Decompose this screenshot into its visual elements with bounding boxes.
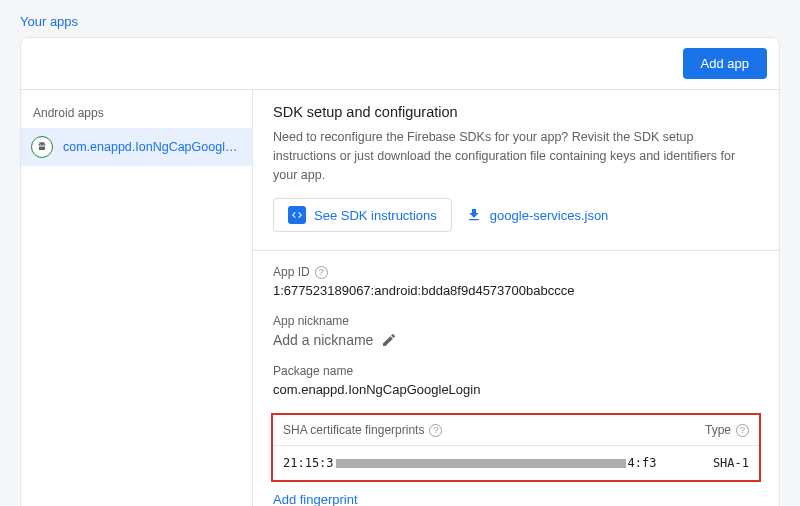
package-name-label: Package name bbox=[273, 364, 759, 378]
download-config-label: google-services.json bbox=[490, 208, 609, 223]
add-fingerprint-button[interactable]: Add fingerprint bbox=[273, 492, 358, 506]
sidebar-app-item[interactable]: com.enappd.IonNgCapGoogleLogin bbox=[21, 128, 252, 166]
app-id-label: App ID ? bbox=[273, 265, 759, 279]
apps-sidebar: Android apps com.enappd.IonNgCapGoogleLo… bbox=[21, 90, 253, 506]
sha-fingerprints-section: SHA certificate fingerprints ? Type ? 21… bbox=[271, 413, 761, 482]
see-sdk-label: See SDK instructions bbox=[314, 208, 437, 223]
code-icon bbox=[288, 206, 306, 224]
section-title: Your apps bbox=[20, 14, 780, 29]
divider bbox=[253, 250, 779, 251]
pencil-icon[interactable] bbox=[381, 332, 397, 348]
help-icon[interactable]: ? bbox=[429, 424, 442, 437]
package-name-value: com.enappd.IonNgCapGoogleLogin bbox=[273, 382, 759, 397]
sidebar-app-name: com.enappd.IonNgCapGoogleLogin bbox=[63, 140, 242, 154]
redacted-block bbox=[336, 459, 626, 468]
card-header: Add app bbox=[21, 38, 779, 90]
sdk-setup-description: Need to reconfigure the Firebase SDKs fo… bbox=[273, 128, 759, 184]
sha-fingerprint-value: 21:15:3 4:f3 bbox=[283, 456, 656, 470]
sha-label: SHA certificate fingerprints ? bbox=[283, 423, 442, 437]
download-config-button[interactable]: google-services.json bbox=[466, 207, 609, 223]
nickname-label: App nickname bbox=[273, 314, 759, 328]
app-id-value: 1:677523189067:android:bdda8f9d4573700ba… bbox=[273, 283, 759, 298]
help-icon[interactable]: ? bbox=[315, 266, 328, 279]
sidebar-platform-label: Android apps bbox=[21, 100, 252, 128]
sha-fingerprint-row[interactable]: 21:15:3 4:f3 SHA-1 bbox=[273, 446, 759, 480]
sha-type-value: SHA-1 bbox=[713, 456, 749, 470]
apps-card: Add app Android apps com.enappd.IonNgCap… bbox=[20, 37, 780, 506]
help-icon[interactable]: ? bbox=[736, 424, 749, 437]
nickname-placeholder: Add a nickname bbox=[273, 332, 373, 348]
see-sdk-instructions-button[interactable]: See SDK instructions bbox=[273, 198, 452, 232]
add-app-button[interactable]: Add app bbox=[683, 48, 767, 79]
sha-type-label: Type ? bbox=[705, 423, 749, 437]
sdk-setup-title: SDK setup and configuration bbox=[273, 104, 759, 120]
main-panel: SDK setup and configuration Need to reco… bbox=[253, 90, 779, 506]
download-icon bbox=[466, 207, 482, 223]
android-icon bbox=[31, 136, 53, 158]
